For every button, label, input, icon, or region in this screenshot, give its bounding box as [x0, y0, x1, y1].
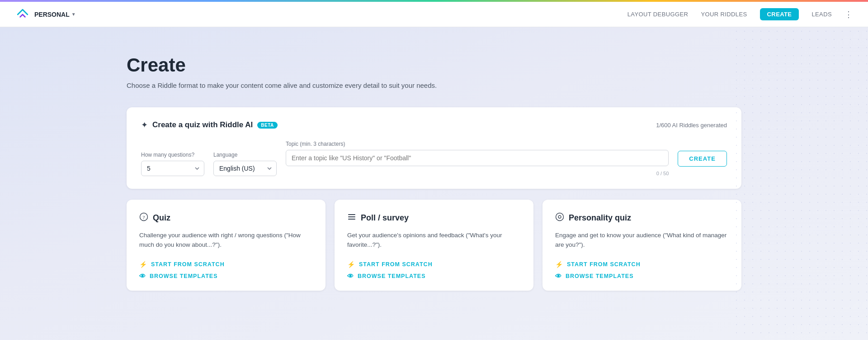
language-group: Language English (US) French German — [213, 152, 277, 176]
format-card-poll: Poll / survey Get your audience's opinio… — [335, 200, 533, 291]
beta-badge: BETA — [257, 122, 277, 129]
poll-start-icon: ⚡ — [347, 261, 355, 268]
navbar-right: LAYOUT DEBUGGER YOUR RIDDLES CREATE LEAD… — [627, 8, 854, 20]
language-select[interactable]: English (US) French German — [213, 161, 277, 176]
quiz-actions: ⚡ START FROM SCRATCH 👁 BROWSE TEMPLATES — [139, 261, 313, 280]
ai-card-title-row: ✦ Create a quiz with Riddle AI BETA — [141, 120, 278, 130]
quiz-start-icon: ⚡ — [139, 261, 147, 268]
nav-create[interactable]: CREATE — [760, 8, 799, 20]
format-cards-row: ? Quiz Challenge your audience with righ… — [127, 200, 741, 291]
svg-text:?: ? — [143, 215, 145, 220]
svg-rect-2 — [348, 214, 355, 215]
main-content: Create Choose a Riddle format to make yo… — [0, 27, 868, 340]
language-label: Language — [213, 152, 277, 158]
quiz-browse-link[interactable]: 👁 BROWSE TEMPLATES — [139, 273, 313, 280]
poll-icon — [347, 212, 356, 224]
personality-start-icon: ⚡ — [555, 261, 563, 268]
poll-start-link[interactable]: ⚡ START FROM SCRATCH — [347, 261, 521, 268]
questions-label: How many questions? — [141, 152, 204, 158]
nav-your-riddles[interactable]: YOUR RIDDLES — [701, 11, 747, 18]
poll-card-header: Poll / survey — [347, 212, 521, 224]
svg-point-5 — [556, 213, 564, 221]
poll-browse-icon: 👁 — [347, 273, 354, 280]
ai-wand-icon: ✦ — [141, 120, 148, 130]
ai-card-header: ✦ Create a quiz with Riddle AI BETA 1/60… — [141, 120, 727, 130]
logo-icon — [14, 6, 31, 23]
personality-icon — [555, 212, 564, 224]
char-count: 0 / 50 — [286, 171, 669, 176]
personality-browse-link[interactable]: 👁 BROWSE TEMPLATES — [555, 273, 729, 280]
quiz-icon: ? — [139, 212, 148, 224]
quiz-browse-icon: 👁 — [139, 273, 146, 280]
topic-input-wrap — [286, 150, 669, 166]
page-title: Create — [127, 54, 741, 76]
questions-group: How many questions? 5 10 15 — [141, 152, 204, 176]
quiz-title: Quiz — [153, 213, 170, 223]
ai-card-title: Create a quiz with Riddle AI — [152, 120, 253, 129]
personality-browse-icon: 👁 — [555, 273, 562, 280]
quiz-card-header: ? Quiz — [139, 212, 313, 224]
svg-rect-3 — [348, 216, 355, 217]
ai-form-row: How many questions? 5 10 15 Language Eng… — [141, 141, 727, 176]
personality-description: Engage and get to know your audience ("W… — [555, 231, 729, 250]
quiz-description: Challenge your audience with right / wro… — [139, 231, 313, 250]
format-card-quiz: ? Quiz Challenge your audience with righ… — [127, 200, 326, 291]
personality-title: Personality quiz — [569, 213, 631, 223]
poll-actions: ⚡ START FROM SCRATCH 👁 BROWSE TEMPLATES — [347, 261, 521, 280]
personality-actions: ⚡ START FROM SCRATCH 👁 BROWSE TEMPLATES — [555, 261, 729, 280]
poll-browse-link[interactable]: 👁 BROWSE TEMPLATES — [347, 273, 521, 280]
format-card-personality: Personality quiz Engage and get to know … — [542, 200, 741, 291]
poll-title: Poll / survey — [361, 213, 409, 223]
nav-layout-debugger[interactable]: LAYOUT DEBUGGER — [627, 11, 689, 18]
brand-name[interactable]: PERSONAL ▼ — [34, 11, 76, 18]
brand-chevron-icon: ▼ — [71, 12, 76, 17]
ai-card: ✦ Create a quiz with Riddle AI BETA 1/60… — [127, 107, 741, 189]
svg-rect-4 — [348, 219, 355, 220]
navbar: PERSONAL ▼ LAYOUT DEBUGGER YOUR RIDDLES … — [0, 2, 868, 27]
topic-input[interactable] — [286, 150, 669, 166]
ai-create-button[interactable]: CREATE — [678, 151, 727, 167]
topic-label: Topic (min. 3 characters) — [286, 141, 669, 147]
page-subtitle: Choose a Riddle format to make your cont… — [127, 81, 741, 89]
poll-description: Get your audience's opinions and feedbac… — [347, 231, 521, 250]
topic-group: Topic (min. 3 characters) 0 / 50 — [286, 141, 669, 176]
quiz-start-link[interactable]: ⚡ START FROM SCRATCH — [139, 261, 313, 268]
personality-card-header: Personality quiz — [555, 212, 729, 224]
questions-select[interactable]: 5 10 15 — [141, 161, 204, 176]
nav-leads[interactable]: LEADS — [811, 11, 832, 18]
personality-start-link[interactable]: ⚡ START FROM SCRATCH — [555, 261, 729, 268]
ai-counter: 1/600 AI Riddles generated — [656, 122, 727, 129]
svg-point-6 — [558, 215, 561, 218]
nav-more-icon[interactable]: ⋮ — [844, 10, 854, 19]
navbar-left: PERSONAL ▼ — [14, 6, 76, 23]
